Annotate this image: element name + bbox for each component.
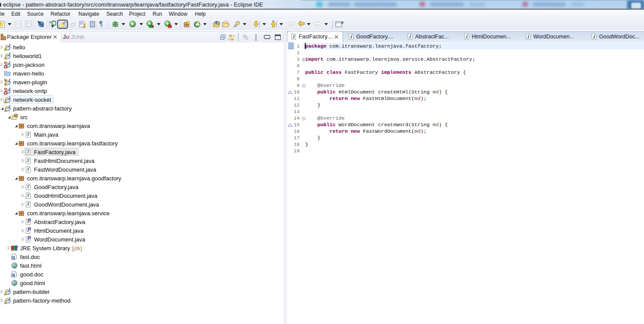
svg-text:J: J	[8, 44, 10, 48]
svg-text:I: I	[29, 236, 30, 239]
svg-text:J: J	[27, 158, 29, 163]
svg-text:J: J	[27, 167, 29, 172]
svg-text:J: J	[593, 34, 595, 39]
svg-text:J: J	[27, 149, 29, 154]
svg-text:I: I	[29, 227, 30, 230]
svg-text:J: J	[27, 202, 29, 207]
svg-text:J: J	[8, 87, 10, 91]
svg-text:J: J	[8, 105, 10, 109]
svg-text:J: J	[8, 288, 10, 292]
svg-text:M: M	[4, 61, 7, 64]
svg-text:J: J	[527, 34, 529, 39]
svg-text:J: J	[27, 193, 29, 198]
svg-text:J: J	[27, 132, 29, 137]
svg-text:J: J	[27, 184, 29, 189]
svg-text:I: I	[29, 218, 30, 221]
svg-text:M: M	[4, 87, 7, 90]
svg-text:W: W	[12, 256, 15, 259]
svg-text:J: J	[465, 34, 468, 39]
svg-text:M: M	[4, 79, 7, 82]
svg-text:J: J	[292, 34, 295, 39]
svg-text:J: J	[350, 34, 352, 39]
svg-text:J: J	[8, 61, 10, 65]
svg-text:J: J	[8, 79, 10, 83]
svg-text:J: J	[8, 96, 10, 100]
svg-text:J: J	[409, 34, 411, 39]
svg-text:W: W	[12, 274, 15, 277]
svg-text:J: J	[8, 297, 10, 301]
svg-text:J: J	[8, 52, 10, 56]
